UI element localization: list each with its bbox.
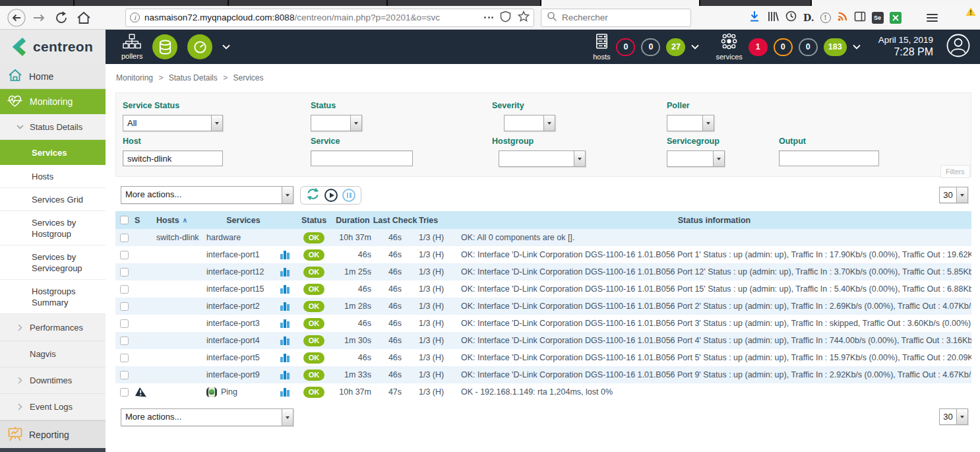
search-input[interactable] — [562, 13, 685, 22]
graph-icon[interactable] — [280, 337, 290, 345]
row-host-link[interactable] — [151, 332, 206, 349]
row-service-link[interactable]: interface-port12 — [206, 263, 280, 280]
browser-tab[interactable] — [75, 0, 228, 6]
breadcrumb-monitoring[interactable]: Monitoring — [116, 73, 153, 82]
menu-icon[interactable] — [927, 14, 938, 22]
sidebar-item-performances[interactable]: Performances — [0, 314, 106, 341]
pause-button[interactable] — [342, 189, 355, 202]
breadcrumb-status-details[interactable]: Status Details — [169, 73, 218, 82]
column-status[interactable]: Status — [297, 211, 330, 229]
hosts-up-badge[interactable]: 27 — [666, 38, 685, 56]
graph-icon[interactable] — [280, 388, 290, 397]
sidebar-item-nagvis[interactable]: Nagvis — [0, 341, 106, 368]
home-button[interactable] — [74, 8, 94, 28]
row-host-link[interactable] — [151, 349, 206, 366]
bookmark-star-icon[interactable] — [518, 11, 530, 25]
row-checkbox[interactable] — [120, 337, 129, 345]
more-actions-select-top[interactable]: More actions... — [121, 186, 293, 204]
reload-button[interactable] — [51, 8, 71, 28]
sidebar-item-services-grid[interactable]: Services Grid — [0, 188, 106, 211]
service-filter-input[interactable] — [311, 150, 413, 166]
browser-tab[interactable] — [388, 0, 540, 6]
row-service-link[interactable]: Ping — [206, 383, 280, 401]
history-icon[interactable] — [785, 10, 797, 25]
warning-triangle-icon[interactable] — [135, 387, 147, 398]
sidebar-item-services[interactable]: Services — [0, 140, 106, 165]
more-actions-select-bottom[interactable]: More actions... — [121, 408, 293, 426]
centreon-logo[interactable]: centreon — [0, 30, 106, 64]
row-checkbox[interactable] — [120, 268, 129, 276]
service-status-select[interactable]: All — [123, 115, 223, 131]
info-icon[interactable]: i — [130, 13, 140, 22]
play-button[interactable] — [324, 189, 338, 202]
sidebar-item-home[interactable]: Home — [0, 64, 106, 89]
shield-icon[interactable] — [500, 11, 511, 25]
row-host-link[interactable] — [151, 263, 206, 280]
column-s[interactable]: S — [133, 211, 151, 229]
row-host-link[interactable] — [151, 246, 206, 263]
page-actions-icon[interactable] — [484, 16, 493, 18]
row-host-link[interactable] — [151, 383, 206, 401]
column-tries[interactable]: Tries — [415, 211, 457, 229]
url-bar[interactable]: i nasmaison72.myqnapcloud.com:8088/centr… — [125, 9, 534, 27]
se-extension-icon[interactable]: Se — [872, 12, 884, 24]
host-filter-input[interactable] — [123, 150, 223, 166]
user-avatar[interactable] — [946, 33, 971, 61]
poller-select[interactable] — [667, 115, 714, 131]
graph-icon[interactable] — [280, 319, 290, 328]
sidebar-item-services-by-hostgroup[interactable]: Services by Hostgroup — [0, 211, 106, 245]
row-service-link[interactable]: interface-port4 — [206, 332, 280, 349]
services-ok-badge[interactable]: 183 — [824, 38, 847, 56]
column-last-check[interactable]: Last Check — [375, 211, 415, 229]
services-unknown-badge[interactable]: 0 — [799, 38, 818, 56]
browser-tab[interactable] — [229, 0, 386, 6]
latency-gauge-icon[interactable] — [187, 34, 212, 59]
row-service-link[interactable]: hardware — [206, 229, 280, 246]
services-chevron-down-icon[interactable] — [853, 44, 861, 49]
row-checkbox[interactable] — [120, 285, 129, 294]
select-all-checkbox[interactable] — [120, 216, 129, 224]
refresh-button[interactable] — [306, 187, 320, 203]
hosts-unreachable-badge[interactable]: 0 — [641, 38, 660, 56]
page-size-select-bottom[interactable]: 30 — [939, 408, 968, 425]
page-size-select-top[interactable]: 30 — [939, 187, 968, 203]
rss-icon[interactable] — [837, 11, 848, 24]
status-select[interactable] — [311, 115, 362, 131]
output-filter-input[interactable] — [779, 150, 879, 166]
row-host-link[interactable] — [151, 298, 206, 315]
graph-icon[interactable] — [280, 285, 290, 294]
graph-icon[interactable] — [280, 371, 290, 379]
graph-icon[interactable] — [280, 268, 290, 276]
row-checkbox[interactable] — [120, 371, 129, 379]
sidebar-item-status-details[interactable]: Status Details — [0, 114, 106, 140]
column-hosts[interactable]: Hosts ∧ — [151, 211, 206, 229]
poller-chevron-down-icon[interactable] — [222, 44, 230, 49]
browser-tab[interactable] — [0, 0, 73, 6]
row-host-link[interactable] — [151, 315, 206, 332]
green-x-extension-icon[interactable] — [890, 12, 902, 24]
filters-button[interactable]: Filters — [940, 165, 970, 178]
download-icon[interactable] — [748, 10, 761, 25]
sidebar-item-hosts[interactable]: Hosts — [0, 165, 106, 188]
browser-tab[interactable] — [700, 0, 811, 6]
row-service-link[interactable]: interface-port5 — [206, 349, 280, 366]
row-service-link[interactable]: interface-port1 — [206, 246, 280, 263]
graph-icon[interactable] — [280, 302, 290, 311]
graph-icon[interactable] — [280, 354, 290, 362]
breadcrumb-services[interactable]: Services — [233, 73, 263, 82]
alert-circle-icon[interactable]: ! — [820, 13, 831, 23]
d-extension-icon[interactable]: D. — [803, 13, 814, 23]
row-checkbox[interactable] — [120, 234, 129, 242]
row-service-link[interactable]: interface-port3 — [206, 315, 280, 332]
servicegroup-select[interactable] — [667, 150, 725, 167]
row-host-link[interactable] — [151, 280, 206, 298]
forward-button[interactable] — [29, 8, 49, 28]
row-checkbox[interactable] — [120, 319, 129, 328]
pollers-status[interactable]: pollers — [121, 34, 142, 60]
hosts-chevron-down-icon[interactable] — [691, 44, 699, 49]
library-icon[interactable] — [767, 11, 779, 25]
sidebar-item-services-by-servicegroup[interactable]: Services by Servicegroup — [0, 245, 106, 280]
sidebar-item-hostgroups-summary[interactable]: Hostgroups Summary — [0, 280, 106, 314]
hosts-down-badge[interactable]: 0 — [616, 38, 635, 56]
services-critical-badge[interactable]: 1 — [749, 38, 768, 56]
